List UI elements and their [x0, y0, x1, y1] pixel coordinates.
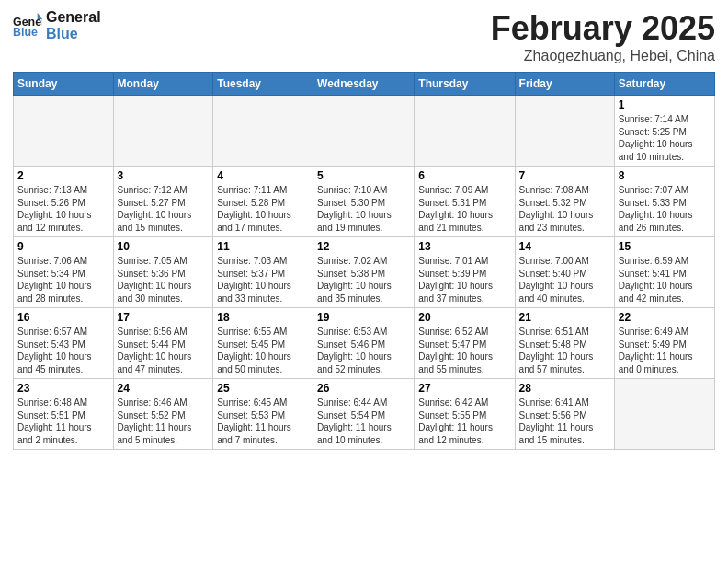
day-number: 17: [118, 311, 210, 324]
logo-blue: Blue: [46, 26, 101, 42]
day-number: 24: [118, 382, 210, 395]
day-info: Sunrise: 7:11 AM Sunset: 5:28 PM Dayligh…: [217, 184, 309, 234]
calendar-cell: 21Sunrise: 6:51 AM Sunset: 5:48 PM Dayli…: [515, 308, 614, 379]
calendar-cell: 23Sunrise: 6:48 AM Sunset: 5:51 PM Dayli…: [14, 379, 114, 450]
calendar-cell: 14Sunrise: 7:00 AM Sunset: 5:40 PM Dayli…: [515, 237, 614, 308]
day-info: Sunrise: 6:51 AM Sunset: 5:48 PM Dayligh…: [519, 326, 610, 375]
calendar-cell: 28Sunrise: 6:41 AM Sunset: 5:56 PM Dayli…: [515, 379, 614, 450]
day-info: Sunrise: 6:45 AM Sunset: 5:53 PM Dayligh…: [217, 396, 309, 446]
day-info: Sunrise: 6:49 AM Sunset: 5:49 PM Dayligh…: [619, 326, 711, 375]
calendar-cell: 17Sunrise: 6:56 AM Sunset: 5:44 PM Dayli…: [113, 308, 213, 379]
calendar-cell: 27Sunrise: 6:42 AM Sunset: 5:55 PM Dayli…: [415, 379, 515, 450]
calendar-cell: [213, 96, 313, 167]
calendar-cell: 13Sunrise: 7:01 AM Sunset: 5:39 PM Dayli…: [415, 237, 515, 308]
day-info: Sunrise: 7:09 AM Sunset: 5:31 PM Dayligh…: [418, 184, 510, 234]
logo-general: General: [46, 9, 101, 26]
calendar-cell: 9Sunrise: 7:06 AM Sunset: 5:34 PM Daylig…: [14, 237, 114, 308]
calendar-cell: 26Sunrise: 6:44 AM Sunset: 5:54 PM Dayli…: [313, 379, 415, 450]
weekday-header-saturday: Saturday: [614, 73, 714, 96]
day-number: 19: [317, 311, 410, 324]
day-info: Sunrise: 7:06 AM Sunset: 5:34 PM Dayligh…: [17, 255, 109, 304]
location: Zhaogezhuang, Hebei, China: [491, 48, 715, 64]
calendar-cell: 1Sunrise: 7:14 AM Sunset: 5:25 PM Daylig…: [614, 96, 714, 167]
day-number: 12: [317, 240, 410, 253]
calendar-cell: 3Sunrise: 7:12 AM Sunset: 5:27 PM Daylig…: [113, 167, 213, 237]
weekday-header-row: SundayMondayTuesdayWednesdayThursdayFrid…: [14, 73, 715, 96]
calendar-cell: 2Sunrise: 7:13 AM Sunset: 5:26 PM Daylig…: [14, 167, 114, 237]
calendar-cell: [415, 96, 515, 167]
day-info: Sunrise: 6:56 AM Sunset: 5:44 PM Dayligh…: [118, 326, 210, 375]
weekday-header-monday: Monday: [113, 73, 213, 96]
calendar-cell: [313, 96, 415, 167]
day-info: Sunrise: 6:57 AM Sunset: 5:43 PM Dayligh…: [17, 326, 109, 375]
calendar-cell: 12Sunrise: 7:02 AM Sunset: 5:38 PM Dayli…: [313, 237, 415, 308]
day-number: 21: [519, 311, 610, 324]
weekday-header-tuesday: Tuesday: [213, 73, 313, 96]
day-info: Sunrise: 7:14 AM Sunset: 5:25 PM Dayligh…: [619, 113, 711, 163]
calendar-cell: 5Sunrise: 7:10 AM Sunset: 5:30 PM Daylig…: [313, 167, 415, 237]
day-info: Sunrise: 7:10 AM Sunset: 5:30 PM Dayligh…: [317, 184, 410, 234]
day-number: 4: [217, 169, 309, 182]
header: General Blue General Blue February 2025 …: [13, 9, 715, 64]
day-number: 23: [17, 382, 109, 395]
day-number: 20: [418, 311, 510, 324]
day-info: Sunrise: 6:59 AM Sunset: 5:41 PM Dayligh…: [619, 255, 711, 304]
day-number: 1: [619, 98, 711, 111]
logo: General Blue General Blue: [13, 9, 101, 41]
day-number: 26: [317, 382, 410, 395]
day-info: Sunrise: 7:07 AM Sunset: 5:33 PM Dayligh…: [619, 184, 711, 234]
day-info: Sunrise: 6:55 AM Sunset: 5:45 PM Dayligh…: [217, 326, 309, 375]
day-info: Sunrise: 6:53 AM Sunset: 5:46 PM Dayligh…: [317, 326, 410, 375]
calendar-cell: [14, 96, 114, 167]
day-info: Sunrise: 7:05 AM Sunset: 5:36 PM Dayligh…: [118, 255, 210, 304]
day-info: Sunrise: 7:13 AM Sunset: 5:26 PM Dayligh…: [17, 184, 109, 234]
day-info: Sunrise: 7:08 AM Sunset: 5:32 PM Dayligh…: [519, 184, 610, 234]
calendar-week-4: 16Sunrise: 6:57 AM Sunset: 5:43 PM Dayli…: [14, 308, 715, 379]
day-number: 15: [619, 240, 711, 253]
day-info: Sunrise: 6:42 AM Sunset: 5:55 PM Dayligh…: [418, 396, 510, 446]
calendar-cell: 4Sunrise: 7:11 AM Sunset: 5:28 PM Daylig…: [213, 167, 313, 237]
calendar-cell: 19Sunrise: 6:53 AM Sunset: 5:46 PM Dayli…: [313, 308, 415, 379]
day-info: Sunrise: 7:03 AM Sunset: 5:37 PM Dayligh…: [217, 255, 309, 304]
weekday-header-thursday: Thursday: [415, 73, 515, 96]
calendar-cell: 8Sunrise: 7:07 AM Sunset: 5:33 PM Daylig…: [614, 167, 714, 237]
day-number: 25: [217, 382, 309, 395]
weekday-header-wednesday: Wednesday: [313, 73, 415, 96]
calendar-cell: 10Sunrise: 7:05 AM Sunset: 5:36 PM Dayli…: [113, 237, 213, 308]
calendar-cell: 7Sunrise: 7:08 AM Sunset: 5:32 PM Daylig…: [515, 167, 614, 237]
calendar-cell: 22Sunrise: 6:49 AM Sunset: 5:49 PM Dayli…: [614, 308, 714, 379]
calendar-cell: 16Sunrise: 6:57 AM Sunset: 5:43 PM Dayli…: [14, 308, 114, 379]
day-number: 13: [418, 240, 510, 253]
svg-text:Blue: Blue: [13, 25, 38, 38]
calendar-week-2: 2Sunrise: 7:13 AM Sunset: 5:26 PM Daylig…: [14, 167, 715, 237]
day-number: 22: [619, 311, 711, 324]
day-info: Sunrise: 7:01 AM Sunset: 5:39 PM Dayligh…: [418, 255, 510, 304]
day-info: Sunrise: 6:41 AM Sunset: 5:56 PM Dayligh…: [519, 396, 610, 446]
calendar-cell: [515, 96, 614, 167]
calendar-cell: 18Sunrise: 6:55 AM Sunset: 5:45 PM Dayli…: [213, 308, 313, 379]
calendar-cell: 11Sunrise: 7:03 AM Sunset: 5:37 PM Dayli…: [213, 237, 313, 308]
day-number: 14: [519, 240, 610, 253]
calendar-cell: [113, 96, 213, 167]
calendar-cell: 24Sunrise: 6:46 AM Sunset: 5:52 PM Dayli…: [113, 379, 213, 450]
day-number: 27: [418, 382, 510, 395]
day-info: Sunrise: 6:52 AM Sunset: 5:47 PM Dayligh…: [418, 326, 510, 375]
day-info: Sunrise: 6:46 AM Sunset: 5:52 PM Dayligh…: [118, 396, 210, 446]
calendar-cell: 25Sunrise: 6:45 AM Sunset: 5:53 PM Dayli…: [213, 379, 313, 450]
calendar-cell: 6Sunrise: 7:09 AM Sunset: 5:31 PM Daylig…: [415, 167, 515, 237]
day-info: Sunrise: 7:12 AM Sunset: 5:27 PM Dayligh…: [118, 184, 210, 234]
calendar-week-3: 9Sunrise: 7:06 AM Sunset: 5:34 PM Daylig…: [14, 237, 715, 308]
day-number: 28: [519, 382, 610, 395]
weekday-header-sunday: Sunday: [14, 73, 114, 96]
day-number: 2: [17, 169, 109, 182]
day-number: 9: [17, 240, 109, 253]
weekday-header-friday: Friday: [515, 73, 614, 96]
day-number: 7: [519, 169, 610, 182]
day-number: 16: [17, 311, 109, 324]
day-info: Sunrise: 7:00 AM Sunset: 5:40 PM Dayligh…: [519, 255, 610, 304]
day-number: 5: [317, 169, 410, 182]
month-year: February 2025: [491, 9, 715, 48]
day-number: 6: [418, 169, 510, 182]
calendar-week-1: 1Sunrise: 7:14 AM Sunset: 5:25 PM Daylig…: [14, 96, 715, 167]
day-number: 11: [217, 240, 309, 253]
